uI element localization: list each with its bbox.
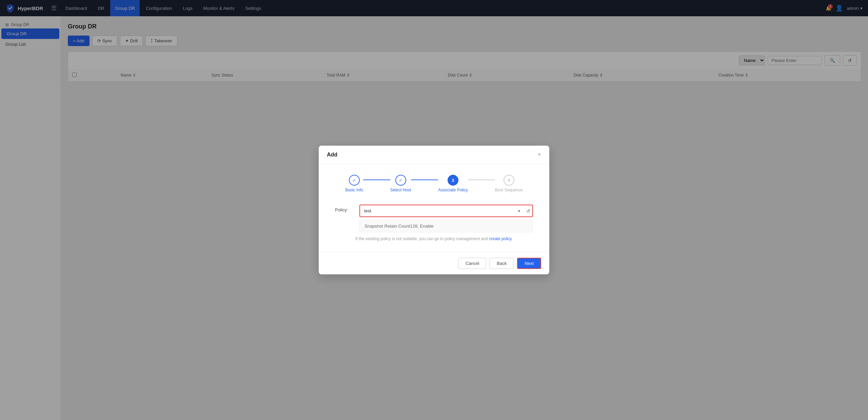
step-1: ✓ Basic Info [345, 175, 363, 192]
step-4-label: Boot Sequence [495, 188, 523, 192]
step-3-number: 3 [452, 178, 454, 183]
step-4: 4 Boot Sequence [495, 175, 523, 192]
policy-select-wrapper: test ▾ ↺ [359, 205, 533, 217]
back-button[interactable]: Back [490, 258, 514, 269]
cancel-button[interactable]: Cancel [458, 258, 486, 269]
step-4-number: 4 [508, 178, 510, 183]
chevron-down-icon: ▾ [518, 209, 522, 213]
stepper: ✓ Basic Info ✓ Select Host 3 [335, 175, 533, 192]
step-2-label: Select Host [390, 188, 411, 192]
policy-label: Policy: [335, 205, 355, 212]
step-line-2 [411, 180, 438, 180]
hint-text-content: If the existing policy is not suitable, … [355, 236, 488, 241]
modal-header: Add × [319, 146, 549, 164]
checkmark-icon: ✓ [352, 178, 356, 183]
step-3: 3 Associate Policy [438, 175, 468, 192]
policy-form-row: Policy: test ▾ ↺ Snapshot Retain Count12… [335, 205, 533, 232]
policy-field: test ▾ ↺ Snapshot Retain Count128, Enabl… [359, 205, 533, 232]
policy-select[interactable]: test [361, 206, 515, 216]
create-policy-link[interactable]: create policy. [489, 236, 513, 241]
checkmark-icon-2: ✓ [399, 178, 402, 183]
step-4-circle: 4 [504, 175, 514, 186]
policy-description: Snapshot Retain Count128, Enable [359, 220, 533, 232]
modal-footer: Cancel Back Next [319, 252, 549, 274]
step-line-1 [363, 180, 390, 180]
add-modal: Add × ✓ Basic Info ✓ [319, 146, 549, 274]
modal-body: ✓ Basic Info ✓ Select Host 3 [319, 164, 549, 252]
modal-title: Add [327, 152, 337, 158]
step-3-circle: 3 [448, 175, 458, 186]
hint-text: If the existing policy is not suitable, … [335, 236, 533, 241]
step-1-circle: ✓ [349, 175, 360, 186]
step-1-label: Basic Info [345, 188, 363, 192]
policy-refresh-button[interactable]: ↺ [525, 207, 532, 215]
step-2: ✓ Select Host [390, 175, 411, 192]
step-3-label: Associate Policy [438, 188, 468, 192]
modal-close-button[interactable]: × [537, 151, 541, 158]
step-2-circle: ✓ [395, 175, 406, 186]
next-button[interactable]: Next [517, 258, 541, 269]
step-line-3 [468, 180, 495, 180]
modal-overlay[interactable]: Add × ✓ Basic Info ✓ [0, 0, 868, 420]
